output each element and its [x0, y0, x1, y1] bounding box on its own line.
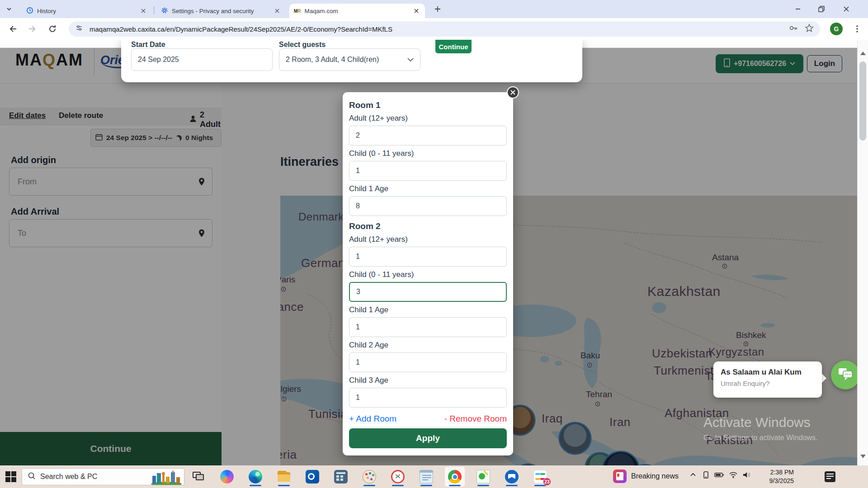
- chat-greeting: As Salaam u Alai Kum: [721, 368, 815, 377]
- clock-time: 2:38 PM: [760, 468, 794, 477]
- window-restore-icon[interactable]: [812, 3, 830, 15]
- wifi-icon[interactable]: [729, 471, 738, 481]
- screen: History Settings - Privacy and security …: [0, 0, 868, 488]
- guest-field-label: Child 1 Age: [349, 184, 507, 193]
- tab-close-icon[interactable]: [139, 7, 147, 15]
- slack-badge: 23: [543, 478, 551, 486]
- browser-tab-strip: History Settings - Privacy and security …: [0, 0, 868, 18]
- window-minimize-icon[interactable]: [789, 3, 807, 15]
- scroll-thumb[interactable]: [859, 61, 866, 141]
- reload-icon[interactable]: [46, 23, 59, 35]
- edge-icon[interactable]: [245, 467, 265, 487]
- news-icon: [613, 469, 627, 483]
- file-explorer-icon[interactable]: [274, 467, 294, 487]
- guest-field-label: Adult (12+ years): [349, 114, 507, 123]
- guest-field-label: Child 2 Age: [349, 341, 507, 350]
- browser-scrollbar[interactable]: [857, 40, 868, 465]
- chat-tooltip: As Salaam u Alai Kum Umrah Enquiry?: [713, 361, 822, 398]
- tab-search-chevron-icon[interactable]: [5, 5, 14, 15]
- chat-button[interactable]: [831, 361, 860, 389]
- taskbar-clock[interactable]: 2:38 PM 9/3/2025: [760, 468, 794, 485]
- popup-close-icon[interactable]: [507, 86, 519, 99]
- back-icon[interactable]: [6, 23, 19, 35]
- remove-room-link[interactable]: - Remove Room: [444, 414, 507, 424]
- paint-icon[interactable]: [359, 467, 379, 487]
- guest-count-input[interactable]: [349, 317, 507, 337]
- greenshot-icon[interactable]: [473, 467, 493, 487]
- guest-count-input[interactable]: [349, 388, 507, 408]
- start-date-field[interactable]: 24 Sep 2025: [131, 48, 273, 71]
- guest-count-input[interactable]: [349, 247, 507, 267]
- chat-question: Umrah Enquiry?: [721, 380, 815, 387]
- news-widget[interactable]: Breaking news: [613, 469, 679, 483]
- chevron-up-icon[interactable]: [689, 471, 697, 481]
- tab-title: History: [37, 8, 56, 14]
- guest-field-label: Child 1 Age: [349, 305, 507, 314]
- tab-maqam[interactable]: MR Maqam.com: [289, 4, 425, 18]
- guests-value: 2 Room, 3 Adult, 4 Child(ren): [286, 56, 379, 64]
- taskbar-search[interactable]: Search web & PC: [22, 468, 184, 485]
- notification-center-icon[interactable]: [825, 471, 835, 482]
- guest-room-title: Room 1: [349, 100, 507, 110]
- phone-link-icon[interactable]: [702, 471, 710, 481]
- site-settings-icon[interactable]: [75, 24, 83, 34]
- window-close-icon[interactable]: [837, 3, 855, 15]
- guest-selector-popup: Room 1Adult (12+ years)Child (0 - 11 yea…: [343, 92, 513, 455]
- tab-close-icon[interactable]: [412, 7, 420, 15]
- guest-count-input[interactable]: [349, 282, 507, 302]
- new-tab-icon[interactable]: [433, 5, 442, 15]
- system-tray: [689, 471, 751, 481]
- apply-button[interactable]: Apply: [349, 428, 507, 448]
- add-room-link[interactable]: + Add Room: [349, 414, 396, 424]
- page-viewport: MAQAM Orient +971600562726 Login Edit da…: [0, 40, 868, 465]
- snipping-tool-icon[interactable]: [388, 467, 408, 487]
- guest-field-label: Adult (12+ years): [349, 235, 507, 244]
- tab-history[interactable]: History: [22, 4, 152, 18]
- guest-count-input[interactable]: [349, 161, 507, 181]
- start-date-label: Start Date: [131, 41, 165, 49]
- notepad-icon[interactable]: [416, 467, 436, 487]
- watermark-line1: Activate Windows: [703, 415, 818, 430]
- scroll-up-icon[interactable]: [860, 52, 866, 55]
- tab-settings[interactable]: Settings - Privacy and security: [156, 4, 286, 18]
- url-text: maqamqa2web.caxita.ca/en/DynamicPackageR…: [90, 25, 392, 33]
- chevron-down-icon: [407, 56, 414, 64]
- slack-icon[interactable]: 23: [530, 467, 550, 487]
- guest-room-title: Room 2: [349, 221, 507, 231]
- profile-avatar[interactable]: G: [830, 23, 843, 35]
- news-label: Breaking news: [631, 472, 679, 480]
- password-key-icon[interactable]: [788, 23, 798, 34]
- guests-dropdown[interactable]: 2 Room, 3 Adult, 4 Child(ren): [279, 48, 420, 71]
- guest-count-input[interactable]: [349, 126, 507, 145]
- tab-divider: [154, 6, 154, 14]
- tab-title: Maqam.com: [305, 8, 338, 14]
- chrome-icon[interactable]: [445, 467, 465, 487]
- outlook-icon[interactable]: [302, 467, 322, 487]
- search-panel: Start Date 24 Sep 2025 Select guests 2 R…: [121, 40, 582, 82]
- browser-menu-icon[interactable]: [851, 23, 863, 35]
- url-bar[interactable]: maqamqa2web.caxita.ca/en/DynamicPackageR…: [69, 21, 820, 37]
- copilot-icon[interactable]: [217, 467, 237, 487]
- panel-continue-button[interactable]: Continue: [435, 40, 472, 53]
- thunderbird-icon[interactable]: [502, 467, 522, 487]
- guest-count-input[interactable]: [349, 196, 507, 216]
- guest-count-input[interactable]: [349, 352, 507, 372]
- taskbar-app-icons: 23: [189, 467, 550, 487]
- battery-icon[interactable]: [714, 471, 724, 481]
- start-button-icon[interactable]: [5, 471, 16, 482]
- volume-icon[interactable]: [742, 471, 751, 481]
- calculator-icon[interactable]: [331, 467, 351, 487]
- guest-field-label: Child (0 - 11 years): [349, 270, 507, 279]
- search-icon: [28, 472, 36, 482]
- forward-icon[interactable]: [26, 23, 39, 35]
- guest-field-label: Child 3 Age: [349, 376, 507, 385]
- scroll-down-icon[interactable]: [860, 455, 866, 458]
- guest-popup-fields: Room 1Adult (12+ years)Child (0 - 11 yea…: [349, 100, 507, 411]
- windows-taskbar: Search web & PC 23 Breaking news: [0, 465, 868, 488]
- tab-close-icon[interactable]: [273, 7, 281, 15]
- task-view-icon[interactable]: [189, 467, 208, 487]
- chat-bubbles-icon: [838, 367, 853, 383]
- activate-windows-watermark: Activate Windows Go to Settings to activ…: [703, 415, 818, 442]
- clock-date: 9/3/2025: [760, 477, 794, 485]
- bookmark-star-icon[interactable]: [805, 23, 814, 34]
